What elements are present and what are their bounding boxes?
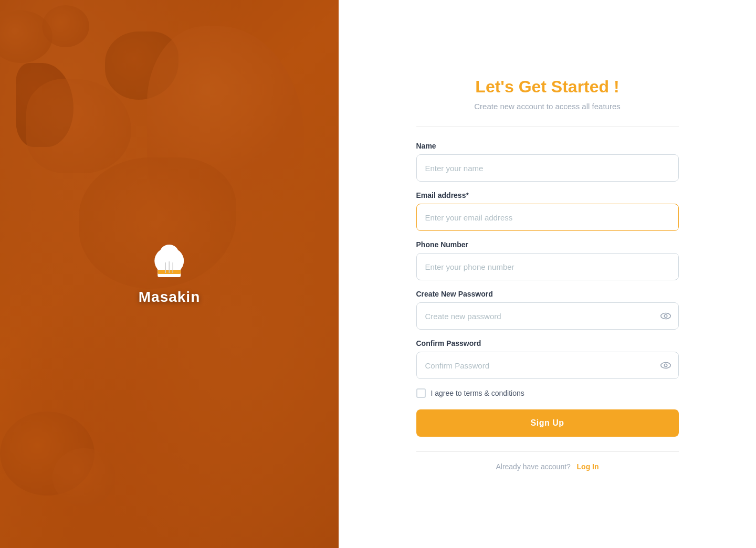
email-input[interactable] xyxy=(416,204,679,231)
email-group: Email address* xyxy=(416,191,679,231)
phone-group: Phone Number xyxy=(416,240,679,280)
name-group: Name xyxy=(416,142,679,182)
form-subtitle: Create new account to access all feature… xyxy=(416,102,679,111)
form-container: Let's Get Started ! Create new account t… xyxy=(416,77,679,471)
svg-point-7 xyxy=(660,313,670,319)
brand-container: Masakin xyxy=(139,243,201,305)
signup-button[interactable]: Sign Up xyxy=(416,409,679,437)
email-label: Email address* xyxy=(416,191,679,199)
left-panel: Masakin xyxy=(0,0,339,548)
chef-hat-icon xyxy=(149,243,191,284)
bottom-divider xyxy=(416,451,679,452)
create-password-label: Create New Password xyxy=(416,290,679,298)
phone-input[interactable] xyxy=(416,253,679,280)
confirm-password-wrapper xyxy=(416,352,679,379)
svg-point-10 xyxy=(664,364,667,367)
show-confirm-password-icon[interactable] xyxy=(660,360,671,371)
right-panel: Let's Get Started ! Create new account t… xyxy=(339,0,756,548)
already-account-text: Already have account? xyxy=(496,462,570,471)
login-link[interactable]: Log In xyxy=(577,462,599,471)
terms-label[interactable]: I agree to terms & conditions xyxy=(431,389,524,397)
create-password-wrapper xyxy=(416,302,679,330)
terms-checkbox[interactable] xyxy=(416,388,426,398)
create-password-group: Create New Password xyxy=(416,290,679,330)
create-password-input[interactable] xyxy=(416,302,679,330)
name-input[interactable] xyxy=(416,154,679,182)
form-title: Let's Get Started ! xyxy=(416,77,679,97)
svg-point-8 xyxy=(664,314,667,318)
confirm-password-label: Confirm Password xyxy=(416,339,679,347)
confirm-password-group: Confirm Password xyxy=(416,339,679,379)
show-password-icon[interactable] xyxy=(660,310,671,322)
brand-name: Masakin xyxy=(139,289,201,305)
login-row: Already have account? Log In xyxy=(416,462,679,471)
svg-point-9 xyxy=(660,363,670,368)
terms-row: I agree to terms & conditions xyxy=(416,388,679,398)
confirm-password-input[interactable] xyxy=(416,352,679,379)
phone-label: Phone Number xyxy=(416,240,679,249)
svg-point-3 xyxy=(160,245,179,261)
name-label: Name xyxy=(416,142,679,150)
top-divider xyxy=(416,127,679,127)
